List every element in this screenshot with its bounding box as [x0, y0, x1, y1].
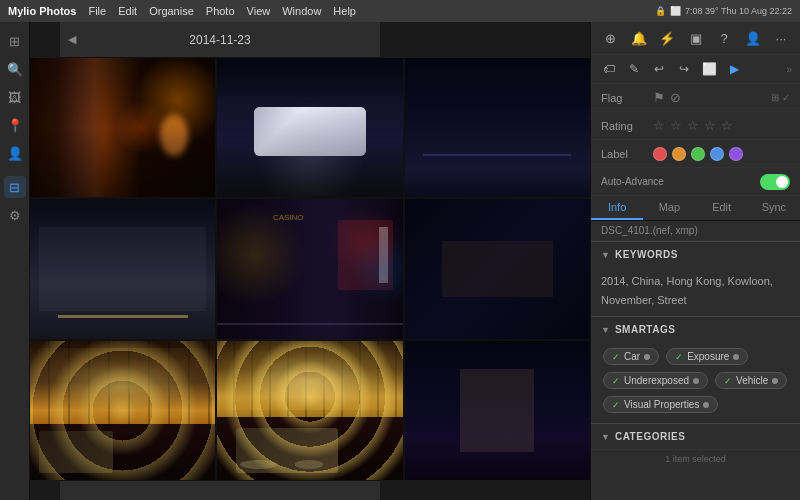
smarttags-section: ▼ SMARTAGS ✓Car ✓Exposure ✓Underexposed … [591, 316, 800, 423]
menubar-right: 🔒 ⬜ 7:08 39° Thu 10 Aug 22:22 [655, 6, 792, 16]
smarttag-car[interactable]: ✓Car [603, 348, 659, 365]
keywords-header[interactable]: ▼ KEYWORDS [591, 242, 800, 267]
label-row: Label [591, 140, 800, 168]
keywords-content: 2014, China, Hong Kong, Kowloon, Novembe… [591, 267, 800, 316]
help-button[interactable]: ? [713, 27, 735, 49]
flag-controls: ⚑ ⊘ [653, 90, 771, 105]
right-panel-status: 1 item selected [591, 449, 800, 468]
categories-title: CATEGORIES [615, 431, 685, 442]
tab-map[interactable]: Map [643, 196, 695, 220]
sidebar-icon-settings[interactable]: ⚙ [4, 204, 26, 226]
add-button[interactable]: ⊕ [599, 27, 621, 49]
photo-cell-2[interactable] [217, 58, 402, 197]
menu-organise[interactable]: Organise [149, 5, 194, 17]
sidebar-icon-location[interactable]: 📍 [4, 114, 26, 136]
flag-icon-2[interactable]: ⊘ [670, 90, 681, 105]
label-dot-red[interactable] [653, 147, 667, 161]
sidebar-icon-people[interactable]: 👤 [4, 142, 26, 164]
photo-cell-3[interactable] [405, 58, 590, 197]
toolbar-back[interactable]: ◀ [68, 33, 76, 46]
categories-header[interactable]: ▼ CATEGORIES [591, 424, 800, 449]
undo-icon[interactable]: ↩ [649, 59, 669, 79]
sidebar-icon-search[interactable]: 🔍 [4, 58, 26, 80]
photo-cell-8[interactable] [217, 341, 402, 480]
star-controls: ☆ ☆ ☆ ☆ ☆ [653, 118, 790, 133]
menu-view[interactable]: View [247, 5, 271, 17]
account-button[interactable]: 👤 [742, 27, 764, 49]
rating-row: Rating ☆ ☆ ☆ ☆ ☆ [591, 112, 800, 140]
star-5[interactable]: ☆ [721, 118, 733, 133]
photo-cell-6[interactable] [405, 199, 590, 338]
right-panel: ⊕ 🔔 ⚡ ▣ ? 👤 ··· 🏷 ✎ ↩ ↪ ⬜ ▶ » Flag ⚑ ⊘ [590, 22, 800, 500]
tag-icon[interactable]: 🏷 [599, 59, 619, 79]
photo-container: ◀ 2014-11-23 [30, 22, 590, 500]
smarttags-content: ✓Car ✓Exposure ✓Underexposed ✓Vehicle ✓V… [591, 342, 800, 423]
photo-cell-1[interactable] [30, 58, 215, 197]
auto-advance-label: Auto-Advance [601, 176, 681, 187]
auto-advance-toggle[interactable] [760, 174, 790, 190]
activity-button[interactable]: ⚡ [656, 27, 678, 49]
label-dot-controls [653, 147, 790, 161]
menu-help[interactable]: Help [333, 5, 356, 17]
tab-sync[interactable]: Sync [748, 196, 800, 220]
redo-icon[interactable]: ↪ [674, 59, 694, 79]
menubar: Mylio Photos File Edit Organise Photo Vi… [0, 0, 800, 22]
sidebar-icon-photos[interactable]: 🖼 [4, 86, 26, 108]
notify-button[interactable]: 🔔 [628, 27, 650, 49]
smarttags-header[interactable]: ▼ SMARTAGS [591, 317, 800, 342]
device-button[interactable]: ▣ [685, 27, 707, 49]
menu-photo[interactable]: Photo [206, 5, 235, 17]
photo-cell-4[interactable] [30, 199, 215, 338]
date-header: ◀ 2014-11-23 [60, 22, 380, 58]
panel-icon-row2: 🏷 ✎ ↩ ↪ ⬜ ▶ » [591, 55, 800, 84]
sidebar-icon-grid[interactable]: ⊞ [4, 30, 26, 52]
flag-label: Flag [601, 92, 653, 104]
info-tabs: Info Map Edit Sync [591, 196, 800, 221]
star-3[interactable]: ☆ [687, 118, 699, 133]
star-1[interactable]: ☆ [653, 118, 665, 133]
play-icon[interactable]: ▶ [724, 59, 744, 79]
main-layout: ⊞ 🔍 🖼 📍 👤 ⊟ ⚙ ◀ 2014-11-23 [0, 22, 800, 500]
edit-icon[interactable]: ✎ [624, 59, 644, 79]
label-label: Label [601, 148, 653, 160]
photo-cell-5[interactable]: CASINO [217, 199, 402, 338]
star-2[interactable]: ☆ [670, 118, 682, 133]
status-bar [60, 480, 380, 500]
smarttag-vehicle[interactable]: ✓Vehicle [715, 372, 787, 389]
photo-cell-7[interactable] [30, 341, 215, 480]
keywords-title: KEYWORDS [615, 249, 678, 260]
left-sidebar: ⊞ 🔍 🖼 📍 👤 ⊟ ⚙ [0, 22, 30, 500]
date-label: 2014-11-23 [189, 33, 250, 47]
menu-edit[interactable]: Edit [118, 5, 137, 17]
flag-icon-1[interactable]: ⚑ [653, 90, 665, 105]
app-name[interactable]: Mylio Photos [8, 5, 76, 17]
flag-check-icon[interactable]: ✓ [782, 92, 790, 103]
photo-cell-9[interactable] [405, 341, 590, 480]
smarttag-exposure[interactable]: ✓Exposure [666, 348, 748, 365]
categories-section: ▼ CATEGORIES [591, 423, 800, 449]
expand-icon[interactable]: ⬜ [699, 59, 719, 79]
label-dot-blue[interactable] [710, 147, 724, 161]
keywords-chevron: ▼ [601, 250, 610, 260]
photo-grid: CASINO [30, 58, 590, 480]
star-4[interactable]: ☆ [704, 118, 716, 133]
smarttag-visual-properties[interactable]: ✓Visual Properties [603, 396, 718, 413]
label-dot-green[interactable] [691, 147, 705, 161]
smarttag-underexposed[interactable]: ✓Underexposed [603, 372, 708, 389]
flag-row: Flag ⚑ ⊘ ⊞ ✓ [591, 84, 800, 112]
menu-window[interactable]: Window [282, 5, 321, 17]
auto-advance-row: Auto-Advance [591, 168, 800, 196]
menu-file[interactable]: File [88, 5, 106, 17]
label-dot-purple[interactable] [729, 147, 743, 161]
file-name: DSC_4101.(nef, xmp) [601, 225, 698, 236]
smarttags-title: SMARTAGS [615, 324, 675, 335]
more-button[interactable]: ··· [770, 27, 792, 49]
tab-info[interactable]: Info [591, 196, 643, 220]
more-options[interactable]: » [786, 64, 792, 75]
flag-grid-icon[interactable]: ⊞ [771, 92, 779, 103]
selection-status: 1 item selected [665, 454, 726, 464]
label-dot-orange[interactable] [672, 147, 686, 161]
sidebar-icon-albums[interactable]: ⊟ [4, 176, 26, 198]
keywords-section: ▼ KEYWORDS 2014, China, Hong Kong, Kowlo… [591, 241, 800, 316]
tab-edit[interactable]: Edit [696, 196, 748, 220]
